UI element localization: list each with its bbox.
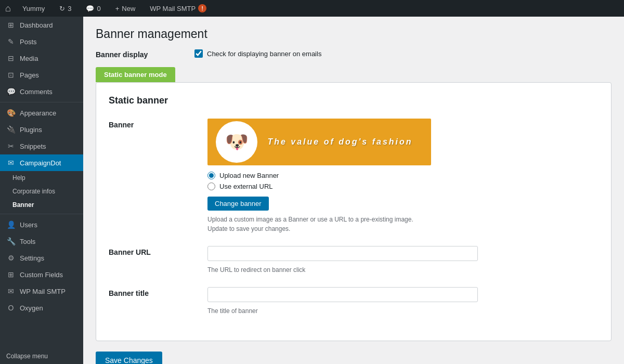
sidebar-subitem-banner[interactable]: Banner xyxy=(0,198,83,212)
banner-title-hint: The title of banner xyxy=(207,306,599,316)
sidebar-subitem-corporate[interactable]: Corporate infos xyxy=(0,185,83,198)
banner-url-section: Banner URL The URL to redirect on banner… xyxy=(109,246,599,275)
use-external-label[interactable]: Use external URL xyxy=(219,183,273,190)
tab-bar: Static banner mode xyxy=(96,67,612,82)
users-icon: 👤 xyxy=(6,220,16,229)
sidebar-item-appearance[interactable]: 🎨 Appearance xyxy=(0,105,83,121)
banner-display-checkbox[interactable] xyxy=(194,49,203,58)
oxygen-icon: O xyxy=(6,304,16,312)
banner-url-hint: The URL to redirect on banner click xyxy=(207,265,599,275)
settings-icon: ⚙ xyxy=(6,254,16,262)
upload-new-radio-row: Upload new Banner xyxy=(207,172,599,179)
static-banner-mode-tab[interactable]: Static banner mode xyxy=(96,67,175,82)
new-item[interactable]: + New xyxy=(112,0,139,17)
collapse-menu-button[interactable]: Collapse menu xyxy=(0,348,83,364)
banner-field-section: Banner 🐶 The value of dog's fashion Uplo… xyxy=(109,119,599,233)
save-changes-button[interactable]: Save Changes xyxy=(96,352,162,364)
sidebar-item-pages[interactable]: ⊡ Pages xyxy=(0,67,83,83)
sidebar-item-dashboard[interactable]: ⊞ Dashboard xyxy=(0,17,83,33)
banner-display-control: Check for displaying banner on emails xyxy=(194,49,612,58)
use-external-radio-row: Use external URL xyxy=(207,183,599,190)
snippets-icon: ✂ xyxy=(6,142,16,150)
wp-mail-smtp-item[interactable]: WP Mail SMTP ! xyxy=(147,0,210,17)
sidebar-item-snippets[interactable]: ✂ Snippets xyxy=(0,138,83,154)
change-banner-button[interactable]: Change banner xyxy=(207,197,269,211)
sidebar-subitem-help[interactable]: Help xyxy=(0,171,83,185)
wp-logo-icon[interactable]: ⌂ xyxy=(5,3,11,14)
use-external-radio[interactable] xyxy=(207,183,215,190)
sidebar-item-wp-mail-smtp[interactable]: ✉ WP Mail SMTP xyxy=(0,283,83,300)
banner-field-label: Banner xyxy=(109,119,207,129)
sidebar-item-oxygen[interactable]: O Oxygen xyxy=(0,300,83,316)
wp-mail-smtp-icon: ✉ xyxy=(6,287,16,295)
comments-icon: 💬 xyxy=(6,87,16,96)
updates-icon: ↻ xyxy=(59,5,65,12)
banner-display-label: Banner display xyxy=(96,49,194,59)
content-area: Banner management Banner display Check f… xyxy=(83,17,624,364)
comments-item[interactable]: 💬 0 xyxy=(83,0,103,17)
upload-new-radio[interactable] xyxy=(207,172,215,179)
banner-hint-1: Upload a custom image as a Banner or use… xyxy=(207,215,599,233)
plugins-icon: 🔌 xyxy=(6,125,16,134)
sidebar: ⊞ Dashboard ✎ Posts ⊟ Media ⊡ Pages 💬 Co… xyxy=(0,17,83,364)
sidebar-item-users[interactable]: 👤 Users xyxy=(0,216,83,233)
comments-icon: 💬 xyxy=(86,5,94,12)
sidebar-item-settings[interactable]: ⚙ Settings xyxy=(0,250,83,266)
media-icon: ⊟ xyxy=(6,54,16,62)
admin-bar: ⌂ Yummy ↻ 3 💬 0 + New WP Mail SMTP ! xyxy=(0,0,624,17)
banner-url-control: The URL to redirect on banner click xyxy=(207,246,599,275)
card-title: Static banner xyxy=(109,95,599,106)
banner-field-control: 🐶 The value of dog's fashion Upload new … xyxy=(207,119,599,233)
banner-title-label: Banner title xyxy=(109,287,207,297)
banner-url-label: Banner URL xyxy=(109,246,207,256)
pages-icon: ⊡ xyxy=(6,71,16,79)
sidebar-item-campaigndot[interactable]: ✉ CampaignDot xyxy=(0,154,83,171)
sidebar-item-posts[interactable]: ✎ Posts xyxy=(0,33,83,50)
banner-title-section: Banner title The title of banner xyxy=(109,287,599,316)
sidebar-item-custom-fields[interactable]: ⊞ Custom Fields xyxy=(0,266,83,283)
sidebar-item-comments[interactable]: 💬 Comments xyxy=(0,83,83,100)
sidebar-item-media[interactable]: ⊟ Media xyxy=(0,50,83,67)
plugin-alert-badge: ! xyxy=(198,4,206,12)
site-name[interactable]: Yummy xyxy=(19,0,48,17)
campaigndot-icon: ✉ xyxy=(6,159,16,167)
appearance-icon: 🎨 xyxy=(6,109,16,117)
upload-new-label[interactable]: Upload new Banner xyxy=(219,172,279,179)
banner-title-control: The title of banner xyxy=(207,287,599,316)
banner-display-checkbox-label[interactable]: Check for displaying banner on emails xyxy=(207,50,321,58)
banner-dog-icon: 🐶 xyxy=(216,121,257,163)
sidebar-item-plugins[interactable]: 🔌 Plugins xyxy=(0,121,83,138)
banner-title-input[interactable] xyxy=(207,287,478,302)
page-title: Banner management xyxy=(96,27,612,41)
custom-fields-icon: ⊞ xyxy=(6,270,16,279)
banner-url-input[interactable] xyxy=(207,246,478,261)
banner-source-radio-group: Upload new Banner Use external URL xyxy=(207,172,599,190)
banner-image: 🐶 The value of dog's fashion xyxy=(207,119,431,165)
banner-display-row: Banner display Check for displaying bann… xyxy=(96,49,612,59)
tools-icon: 🔧 xyxy=(6,237,16,245)
plus-icon: + xyxy=(115,5,120,12)
updates-item[interactable]: ↻ 3 xyxy=(56,0,74,17)
posts-icon: ✎ xyxy=(6,37,16,46)
dashboard-icon: ⊞ xyxy=(6,21,16,29)
sidebar-item-tools[interactable]: 🔧 Tools xyxy=(0,233,83,250)
banner-card: Static banner Banner 🐶 The value of dog'… xyxy=(96,82,612,341)
banner-image-text: The value of dog's fashion xyxy=(257,137,423,147)
